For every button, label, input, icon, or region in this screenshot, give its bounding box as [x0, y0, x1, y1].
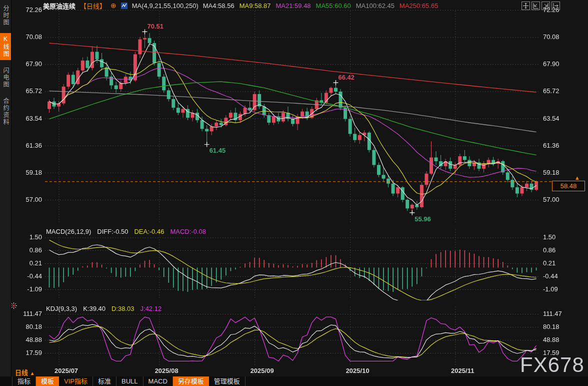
- chart-header: 美原油连续 【日线】 ⊕ MA(4,9,21,55,100,250) MA4:5…: [43, 1, 438, 10]
- sidebar-item-合约资料[interactable]: 合约资料: [0, 95, 11, 128]
- y-axis-label: 65.72: [543, 87, 560, 95]
- period-tag[interactable]: 【日线】: [80, 1, 106, 11]
- shift-right-icon[interactable]: [552, 2, 560, 10]
- tab-MACD[interactable]: MACD: [144, 376, 173, 386]
- y-axis-label: 59.18: [543, 169, 560, 176]
- price-annotation: 66.42: [338, 74, 355, 81]
- window-controls: [522, 2, 560, 10]
- price-up-arrow-icon: ▲: [574, 175, 580, 181]
- add-indicator-icon[interactable]: ⊕: [110, 2, 116, 10]
- y-axis-label: 67.90: [12, 60, 42, 68]
- y-axis-label: 57.00: [543, 196, 560, 203]
- macd-macd-value: MACD:-0.08: [170, 228, 206, 235]
- y-axis-label: 61.36: [543, 142, 560, 149]
- tab-BULL[interactable]: BULL: [116, 376, 144, 386]
- sidebar-item-K线图[interactable]: K线图: [0, 33, 11, 60]
- period-dropdown-arrow-icon: ▲: [30, 370, 35, 376]
- mini-chart-icon[interactable]: [121, 3, 128, 9]
- y-axis-label: 1.50: [12, 233, 42, 241]
- ma-values: MA4:58.56MA9:58.87MA21:59.48MA55:60.60MA…: [203, 2, 438, 10]
- symbol-title: 美原油连续: [43, 1, 76, 11]
- y-axis-label: 48.88: [543, 336, 560, 343]
- y-axis-label: -1.09: [12, 285, 42, 293]
- y-axis-label: 57.00: [12, 196, 42, 203]
- fit-right-icon[interactable]: [542, 2, 550, 10]
- y-axis-label: 0.21: [12, 259, 42, 267]
- month-label-2025/09: 2025/09: [244, 367, 280, 374]
- tab-模板[interactable]: 模板: [36, 376, 59, 386]
- macd-diff-value: DIFF:-0.50: [97, 228, 128, 235]
- macd-name: MACD(26,12,9): [46, 228, 91, 235]
- fit-left-icon[interactable]: [532, 2, 540, 10]
- ma-value-label: MA9:58.87: [240, 2, 271, 10]
- month-label-2025/07: 2025/07: [49, 367, 84, 374]
- y-axis-label: 67.90: [543, 60, 560, 68]
- sidebar-item-分时图[interactable]: 分时图: [0, 3, 11, 29]
- ma-value-label: MA55:60.60: [316, 2, 351, 10]
- price-annotation: 61.45: [210, 147, 226, 154]
- y-axis-label: 80.18: [12, 323, 42, 330]
- kdj-j-value: J:42.12: [140, 305, 162, 312]
- price-annotation: 70.51: [148, 23, 164, 30]
- bottom-toolbar: 指标模板VIP指标标准BULLMACD另存模板管理模板: [0, 376, 588, 386]
- y-axis-label: 48.88: [12, 336, 42, 343]
- price-annotation: 55.96: [414, 215, 431, 223]
- kdj-d-value: D:38.03: [112, 305, 134, 312]
- y-axis-label: 70.08: [543, 33, 560, 41]
- sidebar-item-闪电图[interactable]: 闪电图: [0, 65, 11, 91]
- y-axis-label: 0.86: [12, 246, 42, 254]
- y-axis-label: 63.54: [12, 115, 42, 122]
- y-axis-label: 0.86: [543, 246, 556, 254]
- macd-panel-header: MACD(26,12,9) DIFF:-0.50 DEA:-0.46 MACD:…: [46, 228, 206, 235]
- month-label-2025/11: 2025/11: [445, 367, 480, 374]
- tab-管理模板[interactable]: 管理模板: [209, 376, 246, 386]
- left-sidebar: 分时图K线图闪电图合约资料: [0, 0, 12, 379]
- y-axis-label: 17.59: [12, 349, 42, 356]
- macd-dea-value: DEA:-0.46: [134, 228, 164, 235]
- tab-标准[interactable]: 标准: [93, 376, 116, 386]
- ma-value-label: MA250:65.65: [400, 2, 438, 10]
- ma-value-label: MA4:58.56: [203, 2, 234, 10]
- y-axis-label: -0.44: [12, 272, 42, 280]
- tab-另存模板[interactable]: 另存模板: [173, 376, 209, 386]
- main-chart-canvas[interactable]: [0, 0, 588, 386]
- y-axis-label: 80.18: [543, 323, 560, 330]
- tab-指标[interactable]: 指标: [12, 376, 36, 386]
- y-axis-label: 59.18: [12, 169, 42, 176]
- month-label-2025/10: 2025/10: [340, 367, 375, 374]
- y-axis-label: 65.72: [12, 87, 42, 95]
- y-axis-label: 0.21: [543, 259, 556, 267]
- kdj-name: KDJ(9,3,3): [46, 305, 77, 312]
- kdj-panel-header: KDJ(9,3,3) K:39.40 D:38.03 J:42.12: [46, 305, 162, 312]
- ma-group-label: MA(4,9,21,55,100,250): [132, 2, 198, 10]
- y-axis-label: 63.54: [543, 115, 560, 122]
- tab-VIP指标[interactable]: VIP指标: [59, 376, 93, 386]
- y-axis-label: -1.09: [543, 285, 558, 293]
- ma-value-label: MA100:62.45: [356, 2, 394, 10]
- y-axis-label: -0.44: [543, 272, 558, 280]
- y-axis-label: 72.26: [12, 6, 42, 14]
- month-label-2025/08: 2025/08: [149, 367, 184, 374]
- y-axis-label: 111.47: [543, 310, 562, 317]
- ma-value-label: MA21:59.48: [276, 2, 311, 10]
- y-axis-label: 70.08: [12, 33, 42, 41]
- y-axis-label: 1.50: [543, 233, 556, 241]
- crosshair-tool-icon[interactable]: [522, 2, 530, 10]
- watermark: FX678: [520, 353, 584, 377]
- last-price-tag: 58.48: [552, 181, 585, 191]
- y-axis-label: 61.36: [12, 142, 42, 149]
- period-selector[interactable]: 日线 ▲: [15, 367, 35, 377]
- app: 分时图K线图闪电图合约资料 美原油连续 【日线】 ⊕ MA(4,9,21,55,…: [0, 0, 588, 386]
- kdj-k-value: K:39.40: [83, 305, 106, 312]
